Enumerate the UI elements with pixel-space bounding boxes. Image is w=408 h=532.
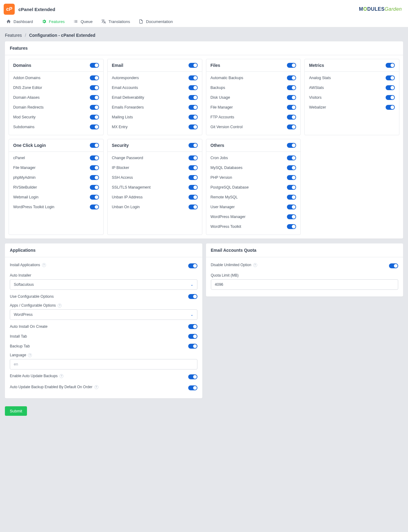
feature-item-toggle[interactable] (287, 205, 296, 209)
quota-panel: Email Accounts Quota Disable Unlimited O… (206, 243, 403, 297)
feature-item: MySQL Databases (211, 163, 296, 173)
feature-item-label: WordPress Toolkit Login (13, 205, 54, 209)
feature-item-toggle[interactable] (287, 224, 296, 229)
feature-item-toggle[interactable] (189, 155, 198, 160)
feature-item-toggle[interactable] (90, 185, 99, 190)
help-icon[interactable]: ? (28, 353, 32, 357)
feature-item-toggle[interactable] (287, 124, 296, 129)
feature-item-toggle[interactable] (287, 75, 296, 80)
auto-installer-select[interactable]: Softaculous ⌄ (10, 279, 197, 290)
apps-config-select[interactable]: WordPress ⌄ (10, 309, 197, 320)
help-icon[interactable]: ? (94, 385, 98, 389)
language-label: Language (10, 353, 26, 357)
feature-group-toggle[interactable] (189, 143, 198, 148)
tab-translations[interactable]: Translations (101, 19, 130, 24)
feature-item-label: Domain Redirects (13, 105, 44, 109)
feature-item-toggle[interactable] (386, 85, 395, 90)
feature-item-toggle[interactable] (189, 85, 198, 90)
feature-item-label: PostgreSQL Database (211, 185, 249, 189)
feature-item-toggle[interactable] (189, 205, 198, 209)
feature-item: Email Accounts (112, 83, 198, 93)
feature-item-toggle[interactable] (90, 75, 99, 80)
feature-group-toggle[interactable] (189, 63, 198, 68)
disable-unlimited-toggle[interactable] (389, 263, 398, 268)
feature-item-toggle[interactable] (189, 105, 198, 110)
feature-item-toggle[interactable] (90, 205, 99, 209)
feature-item-toggle[interactable] (287, 195, 296, 200)
feature-item-label: SSH Access (112, 175, 133, 180)
feature-item-toggle[interactable] (189, 175, 198, 180)
feature-item-toggle[interactable] (189, 75, 198, 80)
feature-item: Cron Jobs (211, 153, 296, 163)
feature-item: SSL/TLS Management (112, 182, 198, 192)
help-icon[interactable]: ? (59, 374, 63, 378)
feature-item: Visitors (309, 93, 395, 102)
feature-item-toggle[interactable] (90, 115, 99, 120)
install-applications-toggle[interactable] (188, 263, 197, 268)
feature-item-toggle[interactable] (287, 95, 296, 100)
feature-group-toggle[interactable] (386, 63, 395, 68)
translate-icon (101, 19, 106, 24)
feature-item-toggle[interactable] (287, 175, 296, 180)
feature-item-label: IP Blocker (112, 166, 129, 170)
feature-item: WordPress Toolkit (211, 222, 296, 232)
feature-item-toggle[interactable] (90, 165, 99, 170)
breadcrumb-root[interactable]: Features (5, 33, 22, 38)
tab-dashboard[interactable]: Dashboard (6, 19, 33, 24)
feature-item-toggle[interactable] (287, 115, 296, 120)
auto-install-create-toggle[interactable] (188, 324, 197, 329)
feature-item-toggle[interactable] (189, 185, 198, 190)
feature-item-toggle[interactable] (90, 155, 99, 160)
feature-item-toggle[interactable] (90, 105, 99, 110)
tab-queue[interactable]: Queue (73, 19, 93, 24)
feature-item-toggle[interactable] (287, 105, 296, 110)
feature-item-toggle[interactable] (189, 115, 198, 120)
app-title: cPanel Extended (18, 7, 55, 12)
feature-group-toggle[interactable] (90, 63, 99, 68)
feature-item-toggle[interactable] (287, 155, 296, 160)
feature-item-toggle[interactable] (90, 85, 99, 90)
feature-item-toggle[interactable] (287, 185, 296, 190)
help-icon[interactable]: ? (42, 263, 46, 267)
install-tab-toggle[interactable] (188, 334, 197, 339)
feature-item-toggle[interactable] (386, 75, 395, 80)
tab-features[interactable]: Features (42, 19, 65, 24)
feature-item: WordPress Manager (211, 212, 296, 222)
feature-card: FilesAutomatic BackupsBackupsDisk UsageF… (206, 59, 301, 135)
auto-update-default-toggle[interactable] (188, 385, 197, 390)
help-icon[interactable]: ? (58, 304, 62, 308)
feature-item-toggle[interactable] (189, 165, 198, 170)
feature-item: Mod Security (13, 112, 99, 122)
applications-panel: Applications Install Applications? Auto … (5, 243, 202, 398)
feature-item-label: Webalizer (309, 105, 326, 109)
submit-button[interactable]: Submit (5, 406, 27, 416)
feature-group-toggle[interactable] (287, 63, 296, 68)
use-configurable-toggle[interactable] (188, 294, 197, 299)
feature-group-toggle[interactable] (90, 143, 99, 148)
backup-tab-toggle[interactable] (188, 344, 197, 349)
chevron-down-icon: ⌄ (190, 312, 193, 317)
feature-item-toggle[interactable] (90, 124, 99, 129)
feature-item-toggle[interactable] (189, 195, 198, 200)
feature-item-toggle[interactable] (90, 195, 99, 200)
feature-item-label: FTP Accounts (211, 115, 235, 119)
feature-item-toggle[interactable] (189, 95, 198, 100)
feature-item: PHP Version (211, 173, 296, 182)
feature-item-toggle[interactable] (90, 175, 99, 180)
feature-item-toggle[interactable] (386, 105, 395, 110)
help-icon[interactable]: ? (253, 263, 257, 267)
feature-item-toggle[interactable] (287, 214, 296, 219)
feature-card-title: One Click Login (13, 143, 46, 148)
feature-group-toggle[interactable] (287, 143, 296, 148)
feature-item: Unban IP Address (112, 192, 198, 202)
feature-item-toggle[interactable] (386, 95, 395, 100)
feature-item-toggle[interactable] (90, 95, 99, 100)
enable-auto-update-toggle[interactable] (188, 374, 197, 379)
feature-item-toggle[interactable] (287, 165, 296, 170)
quota-limit-input[interactable] (211, 279, 398, 290)
feature-item-toggle[interactable] (189, 124, 198, 129)
feature-item-toggle[interactable] (287, 85, 296, 90)
tab-documentation[interactable]: Documentation (139, 19, 173, 24)
breadcrumb-current: Configuration - cPanel Extended (29, 33, 95, 38)
language-input[interactable] (10, 359, 197, 369)
